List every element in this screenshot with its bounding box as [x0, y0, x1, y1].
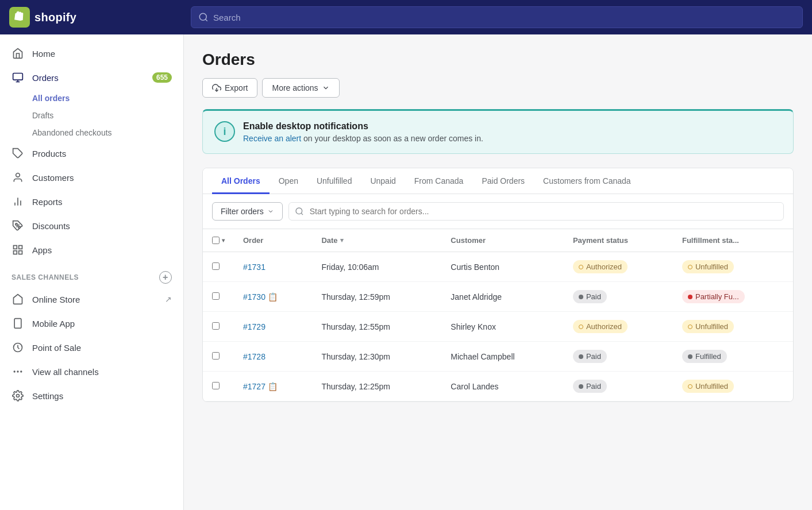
tab-unfulfilled[interactable]: Unfulfilled [307, 168, 361, 194]
payment-status-badge: Authorized [573, 260, 628, 273]
sidebar-item-reports[interactable]: Reports [0, 190, 183, 214]
sidebar-subitem-drafts[interactable]: Drafts [32, 107, 183, 124]
row-checkbox[interactable] [212, 382, 220, 389]
order-link[interactable]: #1729 [243, 322, 265, 331]
svg-line-2 [205, 19, 207, 21]
svg-rect-16 [19, 251, 22, 254]
order-link[interactable]: #1731 [243, 262, 265, 272]
sidebar-item-discounts[interactable]: Discounts [0, 214, 183, 238]
date-sort-icon: ▾ [340, 237, 344, 244]
status-dot [579, 324, 583, 329]
order-number-cell: #1730📋 [234, 282, 312, 312]
sidebar-item-home[interactable]: Home [0, 41, 183, 65]
export-button[interactable]: Export [202, 78, 257, 98]
row-checkbox[interactable] [212, 262, 220, 270]
sidebar-subitem-all-orders[interactable]: All orders [32, 90, 183, 107]
discounts-icon [11, 219, 24, 232]
sidebar-customers-label: Customers [32, 173, 74, 183]
order-number-cell: #1728 [234, 342, 312, 372]
notification-title: Enable desktop notifications [243, 121, 483, 132]
toolbar: Export More actions [202, 78, 794, 98]
orders-card: All Orders Open Unfulfilled Unpaid From … [202, 168, 794, 402]
fulfillment-status-badge: Unfulfilled [682, 260, 734, 273]
fulfillment-status-badge: Unfulfilled [682, 320, 734, 333]
sidebar-item-orders[interactable]: Orders 655 [0, 65, 183, 90]
search-placeholder: Search [213, 13, 241, 22]
top-navigation: shopify Search [0, 0, 812, 34]
sidebar-item-apps[interactable]: Apps [0, 238, 183, 262]
sidebar-item-products[interactable]: Products [0, 141, 183, 165]
tab-all-orders[interactable]: All Orders [212, 168, 270, 194]
logo-area: shopify [9, 7, 182, 28]
sidebar-subitem-abandoned[interactable]: Abandoned checkouts [32, 124, 183, 141]
svg-point-7 [16, 173, 20, 177]
order-link[interactable]: #1730 [243, 292, 265, 302]
notification-body: Receive an alert on your desktop as soon… [243, 134, 483, 143]
customer-name-cell: Carol Landes [441, 372, 564, 401]
fulfillment-status-cell: Unfulfilled [673, 312, 793, 342]
th-date[interactable]: Date ▾ [312, 229, 441, 252]
fulfillment-status-cell: Partially Fu... [673, 282, 793, 312]
add-channel-button[interactable]: + [159, 271, 172, 284]
svg-rect-3 [13, 74, 23, 80]
payment-status-badge: Paid [573, 290, 607, 303]
export-icon [212, 83, 221, 92]
table-row: #1731Friday, 10:06amCurtis BentonAuthori… [203, 252, 793, 282]
tab-customers-canada[interactable]: Customers from Canada [534, 168, 640, 194]
view-all-channels-label: View all channels [32, 367, 99, 377]
status-dot [688, 324, 692, 329]
sidebar-home-label: Home [32, 49, 55, 59]
mobile-app-label: Mobile App [32, 319, 75, 329]
receive-alert-link[interactable]: Receive an alert [243, 134, 301, 143]
customer-name-cell: Curtis Benton [441, 252, 564, 282]
filter-orders-button[interactable]: Filter orders [212, 202, 283, 221]
tab-paid-orders[interactable]: Paid Orders [472, 168, 534, 194]
sidebar-item-customers[interactable]: Customers [0, 165, 183, 190]
tab-from-canada[interactable]: From Canada [405, 168, 473, 194]
sales-channels-header: SALES CHANNELS + [0, 262, 183, 287]
sidebar-item-settings[interactable]: Settings [0, 384, 183, 408]
status-dot [688, 354, 692, 359]
table-row: #1729Thursday, 12:55pmShirley KnoxAuthor… [203, 312, 793, 342]
select-all-header[interactable]: ▾ [203, 229, 234, 252]
customer-name-cell: Shirley Knox [441, 312, 564, 342]
row-checkbox[interactable] [212, 352, 220, 360]
search-orders-input[interactable] [288, 202, 784, 221]
th-customer: Customer [441, 229, 564, 252]
sidebar-item-online-store[interactable]: Online Store ↗ [0, 287, 183, 311]
sidebar-item-mobile-app[interactable]: Mobile App [0, 311, 183, 335]
tab-open[interactable]: Open [270, 168, 307, 194]
row-checkbox-cell [203, 342, 234, 372]
row-checkbox-cell [203, 372, 234, 401]
more-actions-button[interactable]: More actions [262, 78, 339, 98]
orders-icon [11, 71, 24, 84]
order-link[interactable]: #1727 [243, 382, 265, 391]
payment-status-badge: Authorized [573, 320, 628, 333]
tab-unpaid[interactable]: Unpaid [361, 168, 405, 194]
order-date-cell: Thursday, 12:25pm [312, 372, 441, 401]
home-icon [11, 47, 24, 60]
sidebar-products-label: Products [32, 149, 66, 159]
global-search[interactable]: Search [191, 6, 803, 28]
products-icon [11, 147, 24, 160]
sidebar-nav: Home Orders 655 All orders Drafts Abando… [0, 34, 183, 415]
apps-icon [11, 244, 24, 256]
app-layout: Home Orders 655 All orders Drafts Abando… [0, 34, 812, 510]
payment-status-cell: Authorized [564, 252, 673, 282]
order-number-cell: #1731 [234, 252, 312, 282]
sidebar-item-pos[interactable]: Point of Sale [0, 335, 183, 360]
payment-status-badge: Paid [573, 380, 607, 393]
select-all-checkbox[interactable] [212, 237, 220, 244]
order-date-cell: Thursday, 12:55pm [312, 312, 441, 342]
row-checkbox-cell [203, 252, 234, 282]
select-dropdown-chevron[interactable]: ▾ [222, 237, 225, 244]
customer-name-cell: Michael Campbell [441, 342, 564, 372]
order-link[interactable]: #1728 [243, 352, 265, 361]
sidebar-item-view-all-channels[interactable]: View all channels [0, 360, 183, 384]
row-checkbox[interactable] [212, 292, 220, 300]
payment-status-badge: Paid [573, 350, 607, 363]
row-checkbox[interactable] [212, 322, 220, 330]
reports-icon [11, 195, 24, 208]
status-dot [688, 384, 692, 389]
order-date-cell: Thursday, 12:30pm [312, 342, 441, 372]
